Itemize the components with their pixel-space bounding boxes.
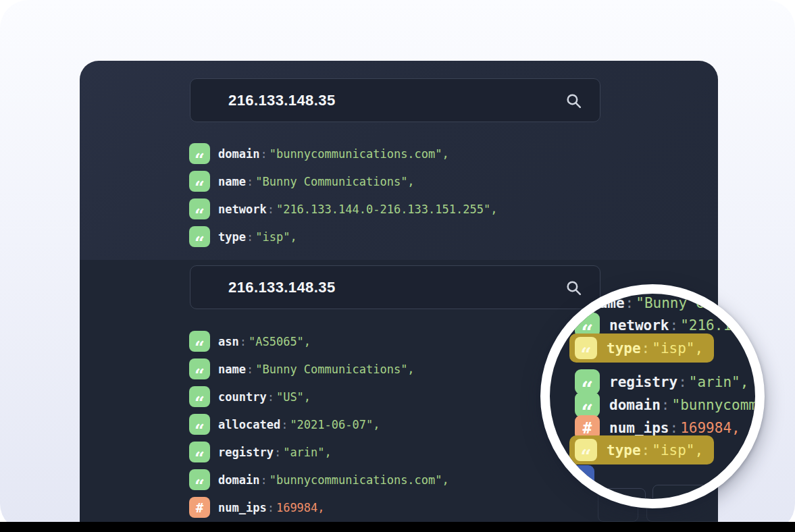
result-row-name: “ name:"Bunny Communications", (189, 358, 415, 379)
string-type-icon: “ (189, 171, 210, 192)
string-type-icon: “ (189, 386, 210, 407)
result-row-asn: “ asn:"AS5065", (189, 331, 311, 352)
string-type-icon: “ (189, 442, 210, 462)
page-background: “ domain:"bunnycommunications.com", “ na… (0, 0, 795, 532)
zoom-row-registry: “ registry:"arin", (575, 369, 748, 394)
string-type-icon: “ (189, 469, 210, 490)
result-row-network: “ network:"216.133.144.0-216.133.151.255… (189, 198, 497, 219)
string-type-icon: “ (189, 226, 210, 247)
result-row-domain: “ domain:"bunnycommunications.com", (189, 143, 449, 164)
result-row-name: “ name:"Bunny Communications", (189, 171, 415, 192)
string-type-icon: “ (575, 369, 600, 394)
search-bar-1 (190, 78, 600, 122)
result-row-registry: “ registry:"arin", (189, 442, 332, 462)
search-input-2[interactable] (190, 266, 600, 309)
zoom-lens: name:"Bunny Communications", “ network:"… (540, 284, 765, 508)
result-row-domain: “ domain:"bunnycommunications.com", (189, 469, 449, 490)
search-icon[interactable] (565, 280, 582, 296)
string-type-icon: “ (189, 414, 210, 435)
string-type-icon: “ (189, 331, 210, 352)
search-icon[interactable] (565, 92, 582, 109)
result-panel-1: “ domain:"bunnycommunications.com", “ na… (80, 61, 718, 260)
string-type-icon: “ (189, 358, 210, 379)
string-type-icon: “ (575, 392, 600, 417)
string-type-icon: “ (575, 337, 597, 359)
zoom-row-name: name:"Bunny Communications", (590, 295, 765, 311)
search-bar-2 (190, 265, 600, 309)
result-row-type: “ type:"isp", (189, 226, 297, 247)
result-row-allocated: “ allocated:"2021-06-07", (189, 414, 380, 435)
search-input-1[interactable] (190, 79, 600, 122)
string-type-icon: “ (189, 143, 210, 164)
zoom-highlight-type-2: “ type:"isp", (569, 435, 714, 464)
number-type-icon: # (189, 497, 210, 518)
string-type-icon: “ (189, 198, 210, 219)
zoom-highlight-type-1: “ type:"isp", (569, 334, 714, 363)
zoom-row-domain: “ domain:"bunnycommunications.com", (575, 392, 765, 417)
result-row-num-ips: # num_ips:169984, (189, 497, 325, 518)
string-type-icon: “ (575, 439, 597, 461)
letterbox-bar (0, 522, 795, 532)
result-row-country: “ country:"US", (189, 386, 311, 407)
